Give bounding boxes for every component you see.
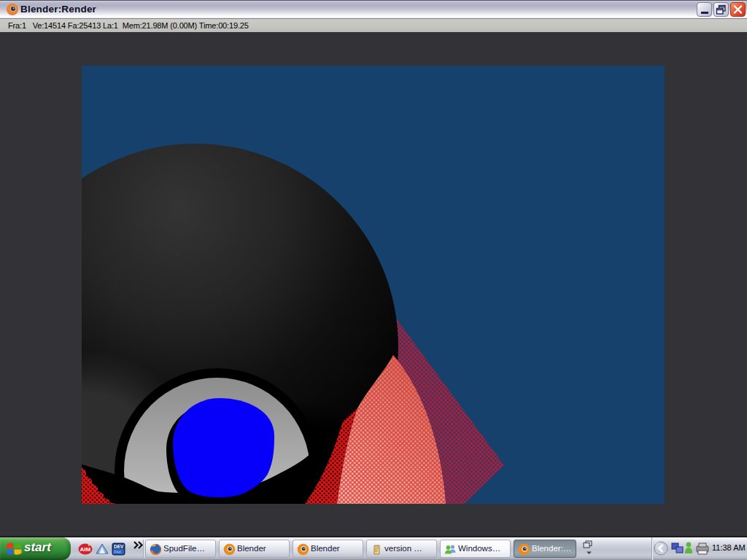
svg-text:DEV: DEV	[114, 544, 124, 549]
svg-text:PAK: PAK	[114, 550, 122, 554]
svg-text:AIM: AIM	[80, 546, 91, 553]
